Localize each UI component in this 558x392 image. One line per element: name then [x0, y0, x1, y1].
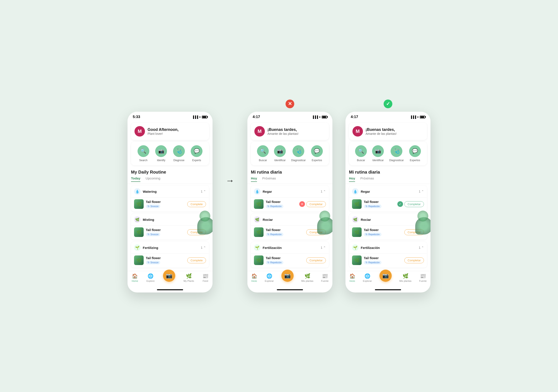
complete-action[interactable]: ✓ Completar: [397, 201, 424, 207]
category-name: Fertilización: [263, 246, 282, 250]
plant-name: Tail flower: [146, 256, 185, 260]
plant-decoration2: [200, 211, 210, 222]
action-item-2[interactable]: 🩺 Diagnosticar: [291, 145, 306, 162]
snooze-badge[interactable]: ↻ Snooze: [146, 205, 160, 208]
nav-item-3[interactable]: 🌿 Mis plantas: [399, 273, 411, 282]
category-count: 1 ⌃: [201, 246, 206, 249]
nav-item-1[interactable]: 🌐 Explorar: [363, 273, 372, 282]
action-label-3: Expertos: [410, 159, 420, 162]
arrow-symbol: →: [226, 176, 234, 186]
nav-item-1[interactable]: 🌐 Explorar: [265, 273, 274, 282]
status-bar: 4:17 ▐▐▐ ▾: [346, 112, 430, 121]
camera-fab[interactable]: 📷: [281, 270, 294, 282]
action-icon-3: 💬: [409, 145, 421, 157]
camera-fab[interactable]: 📷: [163, 270, 175, 282]
action-label-0: Search: [139, 159, 148, 162]
check-badge: ✓: [384, 100, 392, 108]
page-wrapper: 5:33 ▐▐▐ ▾ M Good Afternoon, Plant lover…: [128, 100, 430, 292]
nav-item-4[interactable]: 📰 Feed: [202, 273, 208, 282]
greeting-card: M ¡Buenas tardes, Amante de las plantas!: [251, 123, 329, 140]
tabs-row: HoyPróximas: [346, 176, 430, 184]
snooze-badge[interactable]: ↻ Snooze: [146, 233, 160, 236]
tab-0[interactable]: Hoy: [251, 176, 257, 182]
chevron-icon: ⌃: [421, 190, 424, 193]
action-item-3[interactable]: 💬 Experts: [191, 145, 202, 162]
category-name: Misting: [143, 218, 154, 222]
status-icons: ▐▐▐ ▾: [192, 115, 207, 119]
category-name: Rociar: [263, 218, 273, 222]
nav-item-4[interactable]: 📰 Fuente: [321, 273, 329, 282]
category-icon: 🌿: [352, 216, 358, 223]
complete-button[interactable]: Completar: [306, 201, 326, 207]
wifi-icon: ▾: [417, 115, 419, 119]
check-circle-icon: ✓: [397, 201, 403, 207]
action-item-0[interactable]: 🔍 Buscar: [355, 145, 367, 162]
snooze-badge[interactable]: ↻ Repetición: [266, 261, 283, 264]
tab-1[interactable]: Próximas: [360, 176, 374, 182]
quick-actions: 🔍 Search 📷 Identify 🩺 Diagnose 💬 Experts: [131, 142, 209, 165]
nav-icon-0: 🏠: [132, 273, 138, 279]
action-item-1[interactable]: 📷 Identificar: [372, 145, 384, 162]
tab-1[interactable]: Próximas: [262, 176, 276, 182]
tab-1[interactable]: Upcoming: [146, 176, 160, 182]
nav-item-0[interactable]: 🏠 Inicio: [349, 273, 355, 282]
category-icon: 🌱: [134, 244, 140, 251]
tab-0[interactable]: Hoy: [349, 176, 355, 182]
nav-item-3[interactable]: 🌿 Mis plantas: [301, 273, 314, 282]
snooze-badge[interactable]: ↻ Snooze: [146, 261, 160, 264]
category-left: 🌿 Rociar: [352, 216, 371, 223]
nav-item-0[interactable]: 🏠 Home: [132, 273, 138, 282]
badge-indicator-2: ✕: [286, 100, 294, 108]
snooze-badge[interactable]: ↻ Repetición: [364, 205, 382, 208]
action-item-3[interactable]: 💬 Expertos: [409, 145, 421, 162]
badge-text: Snooze: [150, 205, 158, 208]
camera-fab[interactable]: 📷: [379, 270, 392, 282]
plant-name: Tail flower: [146, 200, 185, 204]
nav-item-3[interactable]: 🌿 My Plants: [183, 273, 194, 282]
snooze-badge[interactable]: ↻ Repetición: [266, 233, 283, 236]
category-icon: 💧: [352, 188, 358, 195]
nav-item-1[interactable]: 🌐 Explore: [147, 273, 155, 282]
complete-button[interactable]: Complete: [187, 201, 206, 207]
action-item-1[interactable]: 📷 Identificar: [274, 145, 286, 162]
badge-text: Repetición: [368, 233, 380, 236]
plant-thumbnail: 🌿: [134, 227, 144, 237]
category-count: 1 ⌃: [201, 190, 206, 193]
complete-action[interactable]: ✕ Completar: [299, 201, 326, 207]
category-header: 💧 Watering 1 ⌃: [131, 186, 209, 197]
complete-button[interactable]: Completar: [404, 257, 424, 263]
action-item-0[interactable]: 🔍 Buscar: [257, 145, 269, 162]
plant-info: Tail flower ↻ Repetición: [266, 228, 304, 236]
action-item-0[interactable]: 🔍 Search: [138, 145, 149, 162]
action-item-3[interactable]: 💬 Expertos: [311, 145, 323, 162]
tab-0[interactable]: Today: [131, 176, 140, 182]
action-icon-3: 💬: [191, 145, 202, 157]
phone-col-3: ✓ 4:17 ▐▐▐ ▾ M ¡Buenas tardes, Amante de…: [346, 100, 430, 292]
plant-decoration2: [418, 211, 428, 222]
nav-label-4: Feed: [203, 280, 208, 282]
action-item-1[interactable]: 📷 Identify: [155, 145, 167, 162]
action-icon-3: 💬: [311, 145, 323, 157]
greeting-subtitle: Amante de las plantas!: [366, 132, 396, 136]
nav-item-0[interactable]: 🏠 Inicio: [251, 273, 257, 282]
action-item-2[interactable]: 🩺 Diagnosticar: [389, 145, 404, 162]
snooze-badge[interactable]: ↻ Repetición: [364, 261, 382, 264]
plant-thumb-inner: 🌿: [352, 256, 362, 265]
plant-thumbnail: 🌿: [254, 256, 263, 265]
nav-icon-3: 🌿: [305, 273, 310, 279]
action-label-1: Identify: [157, 159, 166, 162]
complete-button[interactable]: Complete: [187, 257, 206, 263]
snooze-badge[interactable]: ↻ Repetición: [266, 205, 283, 208]
plant-thumb-inner: 🌿: [134, 199, 144, 209]
nav-label-0: Inicio: [251, 280, 257, 282]
plant-thumbnail: 🌿: [352, 199, 362, 209]
complete-button[interactable]: Completar: [306, 257, 326, 263]
action-item-2[interactable]: 🩺 Diagnose: [173, 145, 185, 162]
routine-section: My Daily RoutineTodayUpcoming 💧 Watering…: [128, 167, 212, 271]
status-time: 4:17: [253, 115, 260, 119]
status-bar: 4:17 ▐▐▐ ▾: [247, 112, 332, 121]
nav-item-4[interactable]: 📰 Fuente: [419, 273, 427, 282]
complete-button[interactable]: Completar: [404, 201, 424, 207]
snooze-badge[interactable]: ↻ Repetición: [364, 233, 382, 236]
category-icon: 🌱: [352, 244, 358, 251]
